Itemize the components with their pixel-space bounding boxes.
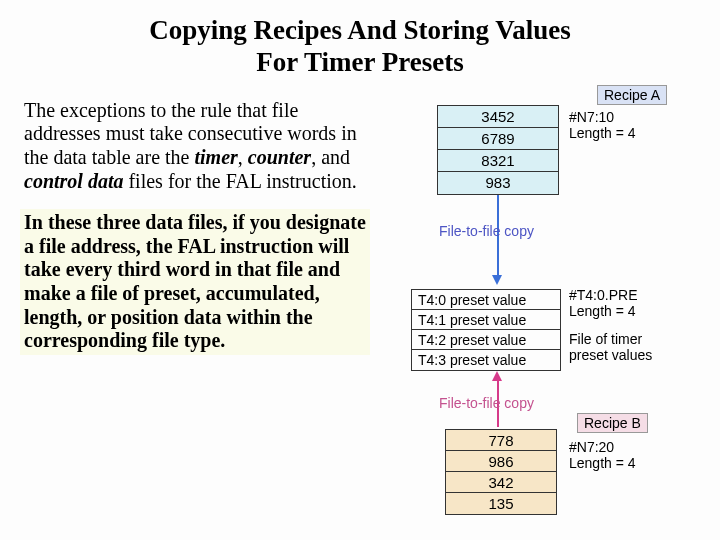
timer-cell: T4:0 preset value [412,290,560,310]
recipe-a-cell: 6789 [438,128,558,150]
timers-addr: #T4:0.PRE [569,287,637,303]
copy-label-bot: File-to-file copy [439,395,534,411]
recipe-b-addr: #N7:20 [569,439,614,455]
recipe-b-tag: Recipe B [577,413,648,433]
timers-len: Length = 4 [569,303,636,319]
recipe-a-cell: 983 [438,172,558,194]
arrow-b-to-timers-head [492,371,502,381]
paragraph-2: In these three data files, if you design… [20,209,370,355]
arrow-a-to-timers-head [492,275,502,285]
recipe-a-stack: 3452 6789 8321 983 [437,105,559,195]
paragraph-1: The exceptions to the rule that file add… [20,97,370,195]
recipe-b-len: Length = 4 [569,455,636,471]
recipe-a-cell: 8321 [438,150,558,172]
recipe-b-cell: 135 [446,493,556,514]
p1-kw-counter: counter [248,146,311,168]
timer-cell: T4:1 preset value [412,310,560,330]
copy-label-top: File-to-file copy [439,223,534,239]
recipe-b-cell: 986 [446,451,556,472]
recipe-b-cell: 342 [446,472,556,493]
recipe-a-addr: #N7:10 [569,109,614,125]
recipe-a-tag: Recipe A [597,85,667,105]
p1-sep1: , [238,146,248,168]
p1-tail: files for the FAL instruction. [123,170,356,192]
p1-sep2: , and [311,146,350,168]
title-line-1: Copying Recipes And Storing Values [149,15,571,45]
timer-preset-stack: T4:0 preset value T4:1 preset value T4:2… [411,289,561,371]
timers-caption-2: preset values [569,347,652,363]
timer-cell: T4:2 preset value [412,330,560,350]
diagram: Recipe A #N7:10 Length = 4 3452 6789 832… [397,105,702,525]
recipe-b-stack: 778 986 342 135 [445,429,557,515]
recipe-b-cell: 778 [446,430,556,451]
recipe-a-cell: 3452 [438,106,558,128]
timers-caption-1: File of timer [569,331,642,347]
body-text: The exceptions to the rule that file add… [20,97,370,355]
p1-kw-control-data: control data [24,170,123,192]
slide-title: Copying Recipes And Storing Values For T… [20,14,700,79]
recipe-a-len: Length = 4 [569,125,636,141]
slide: Copying Recipes And Storing Values For T… [0,0,720,540]
p1-kw-timer: timer [194,146,237,168]
timer-cell: T4:3 preset value [412,350,560,370]
title-line-2: For Timer Presets [256,47,463,77]
